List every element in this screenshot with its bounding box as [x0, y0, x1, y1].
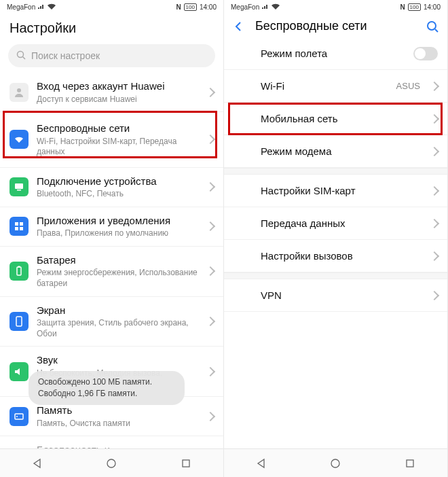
clock: 14:00: [424, 3, 441, 11]
chevron-right-icon: [430, 146, 439, 156]
search-button[interactable]: [426, 20, 439, 33]
nav-home-icon[interactable]: [106, 458, 117, 469]
row-data-usage[interactable]: Передача данных: [224, 207, 447, 240]
row-title: Wi-Fi: [261, 80, 388, 93]
row-subtitle: Защита зрения, Стиль рабочего экрана, Об…: [37, 318, 199, 339]
chevron-right-icon: [206, 412, 215, 421]
search-input[interactable]: Поиск настроек: [8, 44, 215, 67]
search-icon: [16, 50, 26, 62]
svg-rect-11: [16, 317, 22, 326]
clock: 14:00: [200, 3, 217, 11]
row-security[interactable]: Безопасность и конфиденциальность Разбло…: [0, 436, 223, 448]
status-bar: MegaFon N 100 14:00: [224, 0, 447, 14]
back-button[interactable]: [232, 20, 246, 33]
storage-icon: [10, 407, 29, 426]
row-title: Настройки вызовов: [261, 249, 423, 263]
chevron-right-icon: [206, 367, 215, 376]
nfc-icon: N: [400, 3, 405, 11]
chevron-right-icon: [430, 186, 439, 195]
svg-rect-20: [407, 460, 413, 467]
row-wifi[interactable]: Wi-Fi ASUS: [224, 70, 447, 103]
row-title: Батарея: [37, 253, 199, 267]
chevron-right-icon: [430, 251, 439, 260]
svg-rect-3: [15, 183, 23, 189]
row-mobile-network[interactable]: Мобильная сеть: [224, 103, 447, 135]
row-sim-settings[interactable]: Настройки SIM-карт: [224, 175, 447, 207]
toast-line2: Свободно 1,96 ГБ памяти.: [38, 388, 175, 400]
signal-icon: [262, 3, 269, 11]
page-header: Беспроводные сети: [224, 14, 447, 37]
section-divider: [224, 272, 447, 279]
row-title: Мобильная сеть: [261, 112, 423, 126]
chevron-right-icon: [430, 113, 439, 123]
wireless-list[interactable]: Режим полета Wi-Fi ASUS Мобильная сеть Р…: [224, 37, 447, 448]
svg-point-15: [107, 459, 115, 467]
row-title: Звук: [37, 353, 199, 367]
phone-left-settings: MegaFon N 100 14:00 Настройки Поиск наст…: [0, 0, 224, 477]
row-apps-notifications[interactable]: Приложения и уведомления Права, Приложен…: [0, 207, 223, 247]
svg-point-13: [16, 416, 18, 417]
svg-rect-16: [183, 460, 189, 467]
apps-icon: [10, 217, 29, 236]
row-title: Память: [37, 404, 199, 417]
battery-icon: 100: [408, 3, 421, 11]
svg-line-18: [435, 29, 438, 32]
chevron-right-icon: [206, 222, 215, 231]
row-call-settings[interactable]: Настройки вызовов: [224, 240, 447, 272]
status-bar: MegaFon N 100 14:00: [0, 0, 223, 14]
row-title: Режим модема: [261, 145, 423, 158]
row-wireless-networks[interactable]: Беспроводные сети Wi-Fi, Настройки SIM-к…: [0, 112, 223, 168]
chevron-right-icon: [206, 135, 215, 144]
settings-list[interactable]: Вход через аккаунт Huawei Доступ к серви…: [0, 73, 223, 448]
toast-line1: Освобождено 100 МБ памяти.: [38, 376, 175, 388]
row-battery[interactable]: Батарея Режим энергосбережения, Использо…: [0, 247, 223, 297]
row-title: Приложения и уведомления: [37, 214, 199, 228]
toast-storage-freed: Освобождено 100 МБ памяти. Свободно 1,96…: [29, 371, 185, 405]
chevron-right-icon: [206, 317, 215, 326]
battery-icon: [10, 262, 29, 281]
svg-rect-10: [18, 266, 20, 268]
row-subtitle: Bluetooth, NFC, Печать: [37, 189, 199, 200]
wifi-value: ASUS: [396, 81, 420, 91]
row-display[interactable]: Экран Защита зрения, Стиль рабочего экра…: [0, 297, 223, 347]
svg-rect-6: [20, 222, 23, 226]
row-title: Подключение устройства: [37, 175, 199, 188]
svg-point-2: [17, 88, 21, 92]
row-airplane-mode[interactable]: Режим полета: [224, 37, 447, 70]
row-title: VPN: [261, 289, 423, 302]
row-vpn[interactable]: VPN: [224, 279, 447, 312]
svg-rect-4: [17, 190, 21, 191]
chevron-right-icon: [430, 290, 439, 300]
svg-rect-8: [20, 227, 23, 230]
page-header: Настройки: [0, 14, 223, 40]
svg-line-1: [23, 56, 26, 59]
nav-recent-icon[interactable]: [405, 458, 415, 469]
chevron-right-icon: [206, 87, 215, 96]
nav-back-icon[interactable]: [256, 458, 267, 469]
search-placeholder: Поиск настроек: [31, 50, 100, 61]
svg-rect-7: [15, 227, 18, 230]
nav-home-icon[interactable]: [330, 458, 341, 469]
battery-icon: 100: [184, 3, 197, 11]
row-device-connection[interactable]: Подключение устройства Bluetooth, NFC, П…: [0, 168, 223, 207]
chevron-right-icon: [206, 182, 215, 192]
nav-bar: [224, 448, 447, 477]
nav-recent-icon[interactable]: [181, 458, 191, 469]
carrier-label: MegaFon: [7, 3, 35, 11]
row-huawei-account[interactable]: Вход через аккаунт Huawei Доступ к серви…: [0, 73, 223, 112]
svg-point-0: [18, 51, 24, 57]
svg-point-19: [331, 459, 339, 467]
row-title: Экран: [37, 304, 199, 317]
svg-rect-12: [15, 414, 23, 419]
wifi-icon: [10, 130, 29, 149]
airplane-toggle[interactable]: [413, 47, 438, 60]
nav-back-icon[interactable]: [32, 458, 43, 469]
row-title: Режим полета: [261, 47, 405, 60]
account-icon: [10, 83, 29, 102]
row-title: Вход через аккаунт Huawei: [37, 80, 199, 93]
svg-rect-5: [15, 222, 18, 226]
chevron-right-icon: [430, 81, 439, 90]
row-tethering[interactable]: Режим модема: [224, 135, 447, 168]
row-subtitle: Права, Приложения по умолчанию: [37, 228, 199, 239]
page-title: Настройки: [10, 20, 214, 36]
